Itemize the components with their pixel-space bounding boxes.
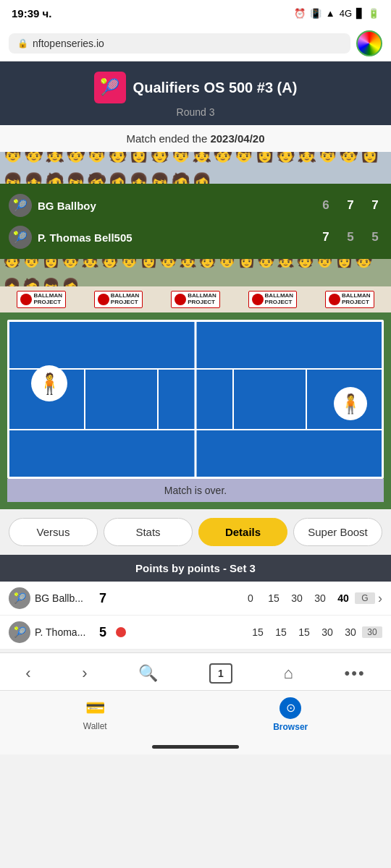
player1-set1: 6 xyxy=(319,198,333,213)
wallet-icon: 💳 xyxy=(83,698,106,718)
player1-scores: 6 7 7 xyxy=(319,198,382,213)
pt-p1-4: 40 xyxy=(332,592,355,604)
tournament-title: Qualifiers OS 500 #3 (A) xyxy=(133,80,298,96)
points-row-player2: 🎾 P. Thoma... 5 15 15 15 30 30 30 xyxy=(0,616,391,650)
alarm-icon: ⏰ xyxy=(294,8,306,19)
player1-avatar: 🎾 xyxy=(9,194,32,217)
crowd-bottom-decoration: 🧑👦👩🧒👧🧑👦👩🧒👧🧑👦👩🧒👧🧑👦👩🧒👧🧑👦👩 xyxy=(3,259,388,286)
pt-p2-0: 15 xyxy=(246,626,269,638)
points-header: Points by points - Set 3 xyxy=(0,555,391,582)
search-icon: 🔍 xyxy=(138,664,158,683)
browser-icon: ⊙ xyxy=(279,697,301,719)
tennis-court: 🧍 🧍 xyxy=(7,320,384,479)
player2-set3: 5 xyxy=(368,230,382,244)
match-over-bar: Match is over. xyxy=(7,479,384,502)
vibrate-icon: 📳 xyxy=(310,8,321,19)
player1-court-figure: 🧍 xyxy=(31,365,67,401)
sponsor-badge-1: BALLMANPROJECT xyxy=(17,291,66,308)
nav-search-button[interactable]: 🔍 xyxy=(130,661,167,686)
wallet-tab[interactable]: 💳 Wallet xyxy=(83,698,107,731)
sponsor-badge-3: BALLMANPROJECT xyxy=(171,291,220,308)
scoreboard-container: 👦🧒👧🧒👦🧑👩🧑👦👧🧒👦👩🧑👧👦🧒👩👦👧🧑👦🧒👩👧👦🧑👩 🎾 BG Ballbo… xyxy=(0,152,391,509)
sponsor-text-5: BALLMANPROJECT xyxy=(342,293,371,306)
pt-p2-overflow: 30 xyxy=(362,626,382,638)
player2-scores: 7 5 5 xyxy=(319,230,382,244)
sponsor-logo-5 xyxy=(329,294,340,305)
player1-name: BG Ballboy xyxy=(38,200,319,212)
status-icons: ⏰ 📳 ▲ 4G ▊ 🔋 xyxy=(294,8,379,19)
pt-p1-2: 30 xyxy=(285,592,308,604)
points-avatar-p1: 🎾 xyxy=(9,587,30,609)
home-bar xyxy=(0,739,391,754)
tab-superboost[interactable]: Super Boost xyxy=(293,518,382,546)
wifi-icon: ▲ xyxy=(326,8,335,19)
score-area: 🎾 BG Ballboy 6 7 7 🎾 P. Thomas Bell505 7… xyxy=(0,184,391,259)
back-arrow-icon: ‹ xyxy=(25,664,30,683)
nav-home-button[interactable]: ⌂ xyxy=(275,661,302,686)
sponsor-strip: BALLMANPROJECT BALLMANPROJECT BALLMANPRO… xyxy=(0,286,391,312)
url-bar[interactable]: 🔒 nftopenseries.io xyxy=(9,33,350,54)
sponsor-text-3: BALLMANPROJECT xyxy=(188,293,216,306)
player2-avatar: 🎾 xyxy=(9,226,32,249)
sponsor-logo-3 xyxy=(175,294,186,305)
more-icon: ••• xyxy=(345,664,366,683)
serve-indicator xyxy=(116,627,126,637)
profile-avatar[interactable] xyxy=(356,30,382,56)
wallet-label: Wallet xyxy=(83,721,107,731)
sponsor-logo-2 xyxy=(98,294,109,305)
match-ended-text: Match ended the xyxy=(127,132,211,145)
tab-bar: Versus Stats Details Super Boost xyxy=(0,509,391,555)
sponsor-text-1: BALLMANPROJECT xyxy=(33,293,62,306)
pt-p1-3: 30 xyxy=(308,592,332,604)
player2-set1: 7 xyxy=(319,230,333,244)
crowd-strip-bottom: 🧑👦👩🧒👧🧑👦👩🧒👧🧑👦👩🧒👧🧑👦👩🧒👧🧑👦👩 xyxy=(0,259,391,286)
player1-set3: 7 xyxy=(368,198,382,213)
points-section: Points by points - Set 3 🎾 BG Ballb... 7… xyxy=(0,555,391,650)
sponsor-badge-5: BALLMANPROJECT xyxy=(325,291,374,308)
nav-forward-button[interactable]: › xyxy=(73,661,96,686)
points-setscore-p1: 7 xyxy=(93,591,113,606)
player2-court-figure: 🧍 xyxy=(334,387,367,420)
pt-p2-4: 30 xyxy=(339,626,362,638)
score-row-player1: 🎾 BG Ballboy 6 7 7 xyxy=(9,190,382,221)
bottom-navigation: ‹ › 🔍 1 ⌂ ••• xyxy=(0,652,391,690)
wallet-bar: 💳 Wallet ⊙ Browser xyxy=(0,690,391,739)
lock-icon: 🔒 xyxy=(17,38,28,48)
signal-4g-icon: 4G xyxy=(340,8,352,19)
pt-p1-0: 0 xyxy=(239,592,262,604)
chevron-right-icon[interactable]: › xyxy=(378,591,382,606)
sponsor-text-4: BALLMANPROJECT xyxy=(265,293,294,306)
crowd-strip-top: 👦🧒👧🧒👦🧑👩🧑👦👧🧒👦👩🧑👧👦🧒👩👦👧🧑👦🧒👩👧👦🧑👩 xyxy=(0,152,391,184)
player1-set2: 7 xyxy=(343,198,358,213)
tournament-title-row: Qualifiers OS 500 #3 (A) xyxy=(94,72,298,103)
status-bar: 19:39 ч. ⏰ 📳 ▲ 4G ▊ 🔋 xyxy=(0,0,391,26)
forward-arrow-icon: › xyxy=(82,664,87,683)
points-row-player1: 🎾 BG Ballb... 7 0 15 30 30 40 G › xyxy=(0,582,391,616)
pt-p1-1: 15 xyxy=(262,592,285,604)
pt-p1-overflow: G xyxy=(355,592,375,604)
tab-versus[interactable]: Versus xyxy=(9,518,98,546)
points-cells-p2: 15 15 15 30 30 xyxy=(126,626,362,638)
tab-count-indicator: 1 xyxy=(209,663,232,684)
browser-chrome: 🔒 nftopenseries.io xyxy=(0,26,391,61)
battery-icon: 🔋 xyxy=(368,8,379,19)
tournament-logo xyxy=(94,72,126,103)
signal-bars-icon: ▊ xyxy=(356,8,363,19)
sponsor-badge-4: BALLMANPROJECT xyxy=(248,291,298,308)
nav-tabs-button[interactable]: 1 xyxy=(201,660,241,686)
crowd-decoration: 👦🧒👧🧒👦🧑👩🧑👦👧🧒👦👩🧑👧👦🧒👩👦👧🧑👦🧒👩👧👦🧑👩 xyxy=(3,152,388,184)
browser-label: Browser xyxy=(273,722,308,732)
browser-tab[interactable]: ⊙ Browser xyxy=(273,697,308,732)
sponsor-text-2: BALLMANPROJECT xyxy=(111,293,140,306)
nav-more-button[interactable]: ••• xyxy=(336,661,374,686)
main-content: Qualifiers OS 500 #3 (A) Round 3 Match e… xyxy=(0,61,391,650)
tab-details[interactable]: Details xyxy=(198,518,287,546)
match-over-text: Match is over. xyxy=(164,485,227,496)
points-name-p1: BG Ballb... xyxy=(35,592,93,604)
player2-set2: 5 xyxy=(343,230,358,244)
nav-back-button[interactable]: ‹ xyxy=(17,661,39,686)
player2-name: P. Thomas Bell505 xyxy=(38,231,319,244)
sponsor-logo-4 xyxy=(252,294,264,305)
home-indicator xyxy=(152,745,239,749)
tab-stats[interactable]: Stats xyxy=(104,518,193,546)
